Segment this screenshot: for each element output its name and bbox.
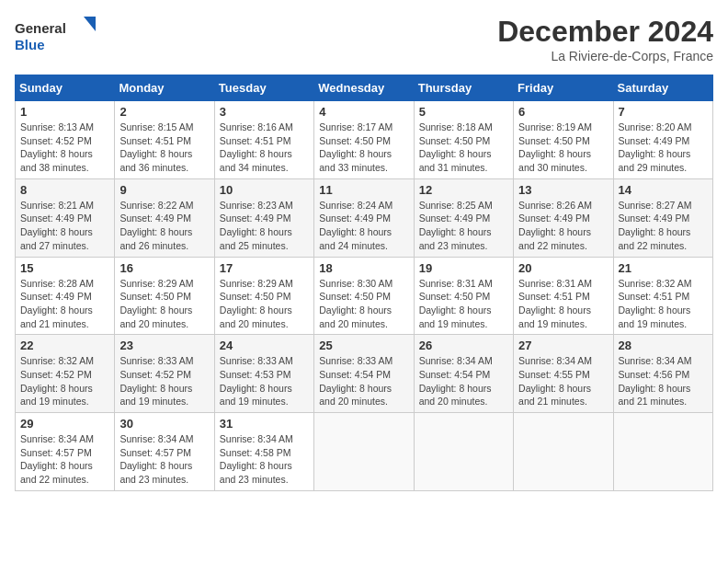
calendar-cell: 23 Sunrise: 8:33 AM Sunset: 4:52 PM Dayl… (115, 335, 214, 413)
day-number: 31 (220, 417, 309, 431)
day-info: Sunrise: 8:20 AM Sunset: 4:49 PM Dayligh… (619, 121, 708, 175)
calendar-header-saturday: Saturday (613, 75, 712, 101)
calendar-cell (414, 413, 513, 491)
day-info: Sunrise: 8:34 AM Sunset: 4:55 PM Dayligh… (518, 354, 608, 408)
day-number: 7 (619, 105, 708, 119)
day-info: Sunrise: 8:31 AM Sunset: 4:50 PM Dayligh… (419, 277, 508, 331)
calendar-cell: 1 Sunrise: 8:13 AM Sunset: 4:52 PM Dayli… (16, 101, 115, 179)
calendar-cell: 24 Sunrise: 8:33 AM Sunset: 4:53 PM Dayl… (214, 335, 313, 413)
day-number: 3 (220, 105, 309, 119)
day-info: Sunrise: 8:34 AM Sunset: 4:57 PM Dayligh… (119, 432, 209, 487)
day-info: Sunrise: 8:19 AM Sunset: 4:50 PM Dayligh… (518, 121, 608, 175)
calendar-cell (514, 413, 613, 491)
day-info: Sunrise: 8:32 AM Sunset: 4:52 PM Dayligh… (20, 354, 109, 408)
calendar-cell: 8 Sunrise: 8:21 AM Sunset: 4:49 PM Dayli… (16, 178, 115, 257)
title-area: December 2024 La Riviere-de-Corps, Franc… (497, 15, 713, 63)
calendar-week-row: 8 Sunrise: 8:21 AM Sunset: 4:49 PM Dayli… (16, 178, 713, 257)
calendar-cell: 22 Sunrise: 8:32 AM Sunset: 4:52 PM Dayl… (16, 335, 115, 413)
day-info: Sunrise: 8:15 AM Sunset: 4:51 PM Dayligh… (119, 121, 209, 175)
day-info: Sunrise: 8:18 AM Sunset: 4:50 PM Dayligh… (419, 121, 508, 175)
day-number: 26 (419, 339, 508, 352)
day-number: 12 (419, 183, 508, 197)
day-info: Sunrise: 8:29 AM Sunset: 4:50 PM Dayligh… (119, 277, 209, 331)
calendar-table: SundayMondayTuesdayWednesdayThursdayFrid… (15, 75, 713, 491)
calendar-week-row: 15 Sunrise: 8:28 AM Sunset: 4:49 PM Dayl… (16, 257, 713, 335)
calendar-cell: 3 Sunrise: 8:16 AM Sunset: 4:51 PM Dayli… (214, 101, 313, 179)
calendar-header-monday: Monday (115, 75, 214, 101)
calendar-cell: 25 Sunrise: 8:33 AM Sunset: 4:54 PM Dayl… (314, 335, 414, 413)
page-header: General Blue December 2024 La Riviere-de… (15, 15, 713, 63)
calendar-cell: 12 Sunrise: 8:25 AM Sunset: 4:49 PM Dayl… (414, 178, 513, 257)
day-number: 19 (419, 261, 508, 275)
day-info: Sunrise: 8:26 AM Sunset: 4:49 PM Dayligh… (518, 199, 608, 253)
day-number: 15 (20, 261, 109, 275)
calendar-cell: 10 Sunrise: 8:23 AM Sunset: 4:49 PM Dayl… (214, 178, 313, 257)
day-number: 14 (619, 183, 708, 197)
day-info: Sunrise: 8:34 AM Sunset: 4:57 PM Dayligh… (20, 432, 109, 487)
day-number: 25 (319, 339, 408, 352)
day-info: Sunrise: 8:13 AM Sunset: 4:52 PM Dayligh… (20, 121, 109, 175)
day-info: Sunrise: 8:23 AM Sunset: 4:49 PM Dayligh… (220, 199, 309, 253)
day-number: 29 (20, 417, 109, 431)
svg-marker-1 (84, 17, 96, 31)
day-info: Sunrise: 8:30 AM Sunset: 4:50 PM Dayligh… (319, 277, 408, 331)
calendar-body: 1 Sunrise: 8:13 AM Sunset: 4:52 PM Dayli… (16, 101, 713, 491)
logo: General Blue (15, 15, 97, 56)
day-number: 4 (319, 105, 408, 119)
calendar-cell: 14 Sunrise: 8:27 AM Sunset: 4:49 PM Dayl… (613, 178, 712, 257)
day-info: Sunrise: 8:24 AM Sunset: 4:49 PM Dayligh… (319, 199, 408, 253)
day-number: 22 (20, 339, 109, 352)
calendar-cell: 6 Sunrise: 8:19 AM Sunset: 4:50 PM Dayli… (514, 101, 613, 179)
calendar-header-wednesday: Wednesday (314, 75, 414, 101)
day-number: 9 (119, 183, 209, 197)
calendar-cell: 30 Sunrise: 8:34 AM Sunset: 4:57 PM Dayl… (115, 413, 214, 491)
day-info: Sunrise: 8:21 AM Sunset: 4:49 PM Dayligh… (20, 199, 109, 253)
day-info: Sunrise: 8:34 AM Sunset: 4:56 PM Dayligh… (619, 354, 708, 408)
calendar-cell: 20 Sunrise: 8:31 AM Sunset: 4:51 PM Dayl… (514, 257, 613, 335)
day-number: 18 (319, 261, 408, 275)
day-number: 11 (319, 183, 408, 197)
day-info: Sunrise: 8:27 AM Sunset: 4:49 PM Dayligh… (619, 199, 708, 253)
calendar-cell: 11 Sunrise: 8:24 AM Sunset: 4:49 PM Dayl… (314, 178, 414, 257)
calendar-cell: 21 Sunrise: 8:32 AM Sunset: 4:51 PM Dayl… (613, 257, 712, 335)
day-number: 20 (518, 261, 608, 275)
day-number: 5 (419, 105, 508, 119)
calendar-cell: 15 Sunrise: 8:28 AM Sunset: 4:49 PM Dayl… (16, 257, 115, 335)
calendar-cell (314, 413, 414, 491)
calendar-cell: 31 Sunrise: 8:34 AM Sunset: 4:58 PM Dayl… (214, 413, 313, 491)
calendar-cell: 29 Sunrise: 8:34 AM Sunset: 4:57 PM Dayl… (16, 413, 115, 491)
day-info: Sunrise: 8:28 AM Sunset: 4:49 PM Dayligh… (20, 277, 109, 331)
calendar-week-row: 22 Sunrise: 8:32 AM Sunset: 4:52 PM Dayl… (16, 335, 713, 413)
calendar-header-row: SundayMondayTuesdayWednesdayThursdayFrid… (16, 75, 713, 101)
calendar-week-row: 29 Sunrise: 8:34 AM Sunset: 4:57 PM Dayl… (16, 413, 713, 491)
calendar-header-sunday: Sunday (16, 75, 115, 101)
calendar-header-tuesday: Tuesday (214, 75, 313, 101)
day-info: Sunrise: 8:34 AM Sunset: 4:54 PM Dayligh… (419, 354, 508, 408)
day-number: 1 (20, 105, 109, 119)
calendar-cell: 5 Sunrise: 8:18 AM Sunset: 4:50 PM Dayli… (414, 101, 513, 179)
day-number: 30 (119, 417, 209, 431)
day-number: 8 (20, 183, 109, 197)
day-info: Sunrise: 8:33 AM Sunset: 4:52 PM Dayligh… (119, 354, 209, 408)
calendar-cell: 7 Sunrise: 8:20 AM Sunset: 4:49 PM Dayli… (613, 101, 712, 179)
day-number: 17 (220, 261, 309, 275)
calendar-cell: 26 Sunrise: 8:34 AM Sunset: 4:54 PM Dayl… (414, 335, 513, 413)
calendar-cell: 27 Sunrise: 8:34 AM Sunset: 4:55 PM Dayl… (514, 335, 613, 413)
svg-text:Blue: Blue (15, 37, 45, 52)
day-number: 21 (619, 261, 708, 275)
calendar-cell: 28 Sunrise: 8:34 AM Sunset: 4:56 PM Dayl… (613, 335, 712, 413)
day-info: Sunrise: 8:17 AM Sunset: 4:50 PM Dayligh… (319, 121, 408, 175)
calendar-week-row: 1 Sunrise: 8:13 AM Sunset: 4:52 PM Dayli… (16, 101, 713, 179)
day-number: 2 (119, 105, 209, 119)
calendar-cell: 9 Sunrise: 8:22 AM Sunset: 4:49 PM Dayli… (115, 178, 214, 257)
day-number: 28 (619, 339, 708, 352)
month-title: December 2024 (497, 15, 713, 49)
location-title: La Riviere-de-Corps, France (497, 49, 713, 63)
day-number: 13 (518, 183, 608, 197)
day-info: Sunrise: 8:33 AM Sunset: 4:54 PM Dayligh… (319, 354, 408, 408)
calendar-cell: 19 Sunrise: 8:31 AM Sunset: 4:50 PM Dayl… (414, 257, 513, 335)
calendar-cell: 18 Sunrise: 8:30 AM Sunset: 4:50 PM Dayl… (314, 257, 414, 335)
calendar-header-friday: Friday (514, 75, 613, 101)
calendar-cell: 4 Sunrise: 8:17 AM Sunset: 4:50 PM Dayli… (314, 101, 414, 179)
day-info: Sunrise: 8:31 AM Sunset: 4:51 PM Dayligh… (518, 277, 608, 331)
